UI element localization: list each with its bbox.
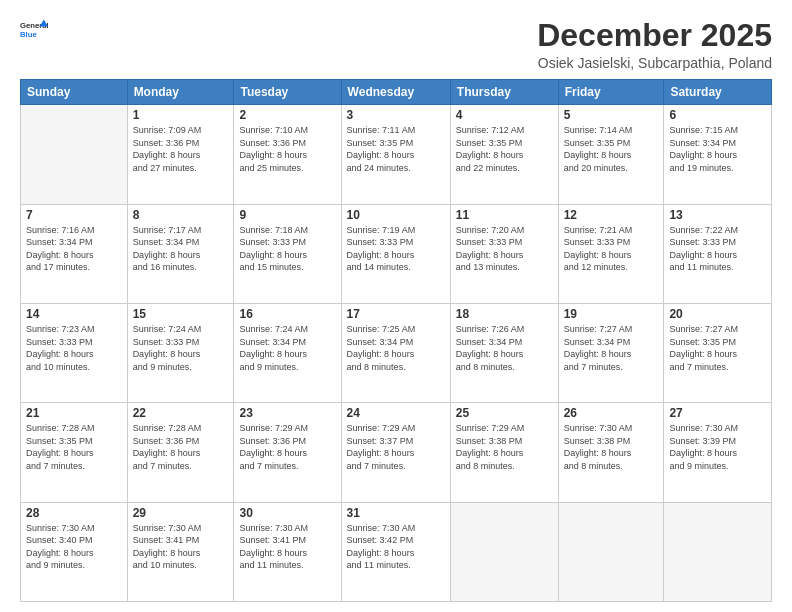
- day-number: 25: [456, 406, 553, 420]
- calendar-cell: 5Sunrise: 7:14 AM Sunset: 3:35 PM Daylig…: [558, 105, 664, 204]
- page: General Blue December 2025 Osiek Jasiels…: [0, 0, 792, 612]
- month-title: December 2025: [537, 18, 772, 53]
- logo-icon: General Blue: [20, 18, 48, 46]
- calendar-cell: 20Sunrise: 7:27 AM Sunset: 3:35 PM Dayli…: [664, 303, 772, 402]
- calendar-cell: 30Sunrise: 7:30 AM Sunset: 3:41 PM Dayli…: [234, 502, 341, 601]
- weekday-header-friday: Friday: [558, 80, 664, 105]
- weekday-header-wednesday: Wednesday: [341, 80, 450, 105]
- weekday-header-row: SundayMondayTuesdayWednesdayThursdayFrid…: [21, 80, 772, 105]
- calendar-cell: 3Sunrise: 7:11 AM Sunset: 3:35 PM Daylig…: [341, 105, 450, 204]
- day-number: 20: [669, 307, 766, 321]
- calendar-body: 1Sunrise: 7:09 AM Sunset: 3:36 PM Daylig…: [21, 105, 772, 602]
- week-row-1: 7Sunrise: 7:16 AM Sunset: 3:34 PM Daylig…: [21, 204, 772, 303]
- calendar-cell: 28Sunrise: 7:30 AM Sunset: 3:40 PM Dayli…: [21, 502, 128, 601]
- calendar-cell: 2Sunrise: 7:10 AM Sunset: 3:36 PM Daylig…: [234, 105, 341, 204]
- weekday-header-saturday: Saturday: [664, 80, 772, 105]
- day-number: 4: [456, 108, 553, 122]
- day-info: Sunrise: 7:30 AM Sunset: 3:42 PM Dayligh…: [347, 522, 445, 572]
- day-info: Sunrise: 7:29 AM Sunset: 3:36 PM Dayligh…: [239, 422, 335, 472]
- calendar-cell: 14Sunrise: 7:23 AM Sunset: 3:33 PM Dayli…: [21, 303, 128, 402]
- day-number: 17: [347, 307, 445, 321]
- calendar-cell: 24Sunrise: 7:29 AM Sunset: 3:37 PM Dayli…: [341, 403, 450, 502]
- day-info: Sunrise: 7:18 AM Sunset: 3:33 PM Dayligh…: [239, 224, 335, 274]
- day-number: 13: [669, 208, 766, 222]
- day-info: Sunrise: 7:15 AM Sunset: 3:34 PM Dayligh…: [669, 124, 766, 174]
- day-info: Sunrise: 7:10 AM Sunset: 3:36 PM Dayligh…: [239, 124, 335, 174]
- day-info: Sunrise: 7:28 AM Sunset: 3:36 PM Dayligh…: [133, 422, 229, 472]
- calendar-cell: 22Sunrise: 7:28 AM Sunset: 3:36 PM Dayli…: [127, 403, 234, 502]
- calendar-cell: 10Sunrise: 7:19 AM Sunset: 3:33 PM Dayli…: [341, 204, 450, 303]
- calendar-cell: 26Sunrise: 7:30 AM Sunset: 3:38 PM Dayli…: [558, 403, 664, 502]
- calendar-cell: 6Sunrise: 7:15 AM Sunset: 3:34 PM Daylig…: [664, 105, 772, 204]
- svg-text:Blue: Blue: [20, 30, 37, 39]
- day-info: Sunrise: 7:23 AM Sunset: 3:33 PM Dayligh…: [26, 323, 122, 373]
- day-number: 11: [456, 208, 553, 222]
- calendar-cell: 1Sunrise: 7:09 AM Sunset: 3:36 PM Daylig…: [127, 105, 234, 204]
- day-number: 26: [564, 406, 659, 420]
- day-number: 30: [239, 506, 335, 520]
- calendar-cell: 12Sunrise: 7:21 AM Sunset: 3:33 PM Dayli…: [558, 204, 664, 303]
- day-number: 10: [347, 208, 445, 222]
- day-info: Sunrise: 7:19 AM Sunset: 3:33 PM Dayligh…: [347, 224, 445, 274]
- day-info: Sunrise: 7:26 AM Sunset: 3:34 PM Dayligh…: [456, 323, 553, 373]
- header: General Blue December 2025 Osiek Jasiels…: [20, 18, 772, 71]
- day-info: Sunrise: 7:11 AM Sunset: 3:35 PM Dayligh…: [347, 124, 445, 174]
- calendar-cell: 11Sunrise: 7:20 AM Sunset: 3:33 PM Dayli…: [450, 204, 558, 303]
- day-info: Sunrise: 7:12 AM Sunset: 3:35 PM Dayligh…: [456, 124, 553, 174]
- calendar-cell: 13Sunrise: 7:22 AM Sunset: 3:33 PM Dayli…: [664, 204, 772, 303]
- location-subtitle: Osiek Jasielski, Subcarpathia, Poland: [537, 55, 772, 71]
- weekday-header-thursday: Thursday: [450, 80, 558, 105]
- day-number: 18: [456, 307, 553, 321]
- day-number: 7: [26, 208, 122, 222]
- calendar-cell: 21Sunrise: 7:28 AM Sunset: 3:35 PM Dayli…: [21, 403, 128, 502]
- day-info: Sunrise: 7:20 AM Sunset: 3:33 PM Dayligh…: [456, 224, 553, 274]
- day-number: 5: [564, 108, 659, 122]
- day-info: Sunrise: 7:24 AM Sunset: 3:33 PM Dayligh…: [133, 323, 229, 373]
- day-number: 1: [133, 108, 229, 122]
- day-number: 29: [133, 506, 229, 520]
- day-number: 12: [564, 208, 659, 222]
- calendar-cell: 29Sunrise: 7:30 AM Sunset: 3:41 PM Dayli…: [127, 502, 234, 601]
- weekday-header-monday: Monday: [127, 80, 234, 105]
- day-number: 6: [669, 108, 766, 122]
- day-number: 8: [133, 208, 229, 222]
- calendar-cell: [558, 502, 664, 601]
- calendar-cell: 7Sunrise: 7:16 AM Sunset: 3:34 PM Daylig…: [21, 204, 128, 303]
- week-row-0: 1Sunrise: 7:09 AM Sunset: 3:36 PM Daylig…: [21, 105, 772, 204]
- calendar-cell: [21, 105, 128, 204]
- day-info: Sunrise: 7:30 AM Sunset: 3:38 PM Dayligh…: [564, 422, 659, 472]
- day-info: Sunrise: 7:30 AM Sunset: 3:41 PM Dayligh…: [239, 522, 335, 572]
- day-info: Sunrise: 7:17 AM Sunset: 3:34 PM Dayligh…: [133, 224, 229, 274]
- calendar-cell: 23Sunrise: 7:29 AM Sunset: 3:36 PM Dayli…: [234, 403, 341, 502]
- day-info: Sunrise: 7:24 AM Sunset: 3:34 PM Dayligh…: [239, 323, 335, 373]
- day-number: 24: [347, 406, 445, 420]
- day-number: 27: [669, 406, 766, 420]
- day-number: 19: [564, 307, 659, 321]
- day-info: Sunrise: 7:30 AM Sunset: 3:39 PM Dayligh…: [669, 422, 766, 472]
- day-info: Sunrise: 7:22 AM Sunset: 3:33 PM Dayligh…: [669, 224, 766, 274]
- calendar-cell: 19Sunrise: 7:27 AM Sunset: 3:34 PM Dayli…: [558, 303, 664, 402]
- day-info: Sunrise: 7:30 AM Sunset: 3:41 PM Dayligh…: [133, 522, 229, 572]
- calendar-cell: 15Sunrise: 7:24 AM Sunset: 3:33 PM Dayli…: [127, 303, 234, 402]
- day-number: 2: [239, 108, 335, 122]
- weekday-header-tuesday: Tuesday: [234, 80, 341, 105]
- calendar-table: SundayMondayTuesdayWednesdayThursdayFrid…: [20, 79, 772, 602]
- day-info: Sunrise: 7:29 AM Sunset: 3:38 PM Dayligh…: [456, 422, 553, 472]
- calendar-cell: [664, 502, 772, 601]
- day-number: 16: [239, 307, 335, 321]
- calendar-cell: 18Sunrise: 7:26 AM Sunset: 3:34 PM Dayli…: [450, 303, 558, 402]
- day-number: 21: [26, 406, 122, 420]
- week-row-3: 21Sunrise: 7:28 AM Sunset: 3:35 PM Dayli…: [21, 403, 772, 502]
- day-number: 23: [239, 406, 335, 420]
- day-number: 14: [26, 307, 122, 321]
- day-number: 9: [239, 208, 335, 222]
- day-info: Sunrise: 7:27 AM Sunset: 3:35 PM Dayligh…: [669, 323, 766, 373]
- week-row-2: 14Sunrise: 7:23 AM Sunset: 3:33 PM Dayli…: [21, 303, 772, 402]
- title-block: December 2025 Osiek Jasielski, Subcarpat…: [537, 18, 772, 71]
- logo: General Blue: [20, 18, 48, 46]
- calendar-cell: 27Sunrise: 7:30 AM Sunset: 3:39 PM Dayli…: [664, 403, 772, 502]
- day-info: Sunrise: 7:28 AM Sunset: 3:35 PM Dayligh…: [26, 422, 122, 472]
- calendar-cell: 4Sunrise: 7:12 AM Sunset: 3:35 PM Daylig…: [450, 105, 558, 204]
- day-number: 3: [347, 108, 445, 122]
- day-number: 15: [133, 307, 229, 321]
